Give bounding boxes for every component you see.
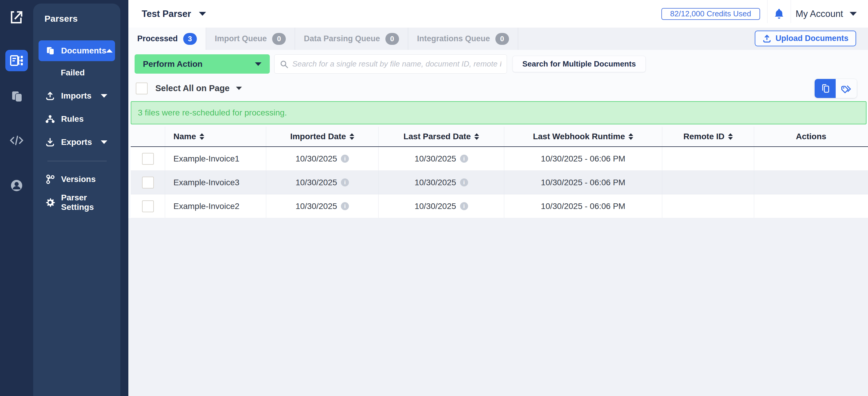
rail-item-parser-documents[interactable]: [5, 50, 28, 71]
imported-date: 10/30/2025: [296, 202, 337, 211]
header-last-webhook-runtime[interactable]: Last Webhook Runtime: [504, 127, 662, 146]
last-parsed-date: 10/30/2025: [414, 178, 456, 187]
rail-item-account[interactable]: [6, 179, 27, 192]
imported-date: 10/30/2025: [296, 178, 337, 187]
column-label: Actions: [796, 132, 827, 141]
table-row: Example-Invoice3 10/30/2025i 10/30/2025i…: [131, 171, 868, 194]
sidebar-item-label: Failed: [61, 68, 85, 78]
tags-view-button[interactable]: [836, 79, 857, 98]
tab-integrations-queue[interactable]: Integrations Queue 0: [408, 28, 518, 50]
copy-icon: [10, 90, 23, 103]
header-remote-id[interactable]: Remote ID: [662, 127, 754, 146]
rail-item-documents-copy[interactable]: [6, 90, 27, 103]
topbar-divider: [790, 0, 791, 23]
info-icon[interactable]: i: [460, 202, 468, 210]
info-icon[interactable]: i: [460, 155, 468, 163]
info-icon[interactable]: i: [460, 178, 468, 187]
column-label: Last Webhook Runtime: [533, 132, 625, 141]
info-icon[interactable]: i: [341, 178, 349, 187]
info-icon[interactable]: i: [341, 202, 349, 210]
sidebar-item-label: Parser Settings: [61, 193, 107, 212]
parser-name: Test Parser: [142, 9, 191, 19]
app-logo-icon[interactable]: [7, 8, 26, 26]
tab-import-queue[interactable]: Import Queue 0: [206, 28, 295, 50]
credits-badge[interactable]: 82/12,000 Credits Used: [661, 8, 760, 20]
content: Perform Action Search for Multiple Docum…: [128, 50, 868, 396]
copy-icon: [45, 46, 55, 56]
last-webhook-runtime: 10/30/2025 - 06:06 PM: [541, 202, 625, 211]
rail-item-code[interactable]: [6, 134, 27, 147]
chevron-down-icon: [101, 140, 107, 144]
person-icon: [10, 179, 23, 192]
header-imported-date[interactable]: Imported Date: [266, 127, 378, 146]
document-name: Example-Invoice1: [174, 154, 240, 164]
tags-icon: [841, 83, 852, 93]
chevron-down-icon: [199, 12, 206, 16]
sidebar-item-versions[interactable]: Versions: [33, 168, 120, 191]
bell-icon: [774, 8, 784, 20]
select-all-checkbox[interactable]: [136, 83, 148, 94]
tab-count-badge: 0: [495, 33, 509, 45]
sidebar-item-documents[interactable]: Documents: [38, 40, 115, 61]
sidebar-item-label: Versions: [61, 174, 96, 184]
column-label: Remote ID: [683, 132, 724, 141]
sidebar-item-rules[interactable]: Rules: [33, 108, 120, 131]
documents-table: Name Imported Date Last Parsed Date Last…: [131, 127, 868, 218]
sidebar-divider: [48, 161, 107, 161]
tab-count-badge: 0: [385, 33, 399, 45]
upload-documents-label: Upload Documents: [776, 34, 848, 43]
sidebar-item-failed[interactable]: Failed: [33, 61, 120, 84]
account-menu[interactable]: My Account: [796, 9, 857, 19]
sort-icon: [628, 133, 633, 140]
multi-search-button[interactable]: Search for Multiple Documents: [513, 56, 646, 72]
sidebar-title: Parsers: [44, 13, 120, 24]
info-icon[interactable]: i: [341, 155, 349, 163]
search-icon: [280, 60, 288, 68]
perform-action-dropdown[interactable]: Perform Action: [134, 54, 270, 74]
download-icon: [45, 137, 55, 147]
sidebar-panel: Parsers Documents Failed: [33, 4, 120, 396]
tab-data-parsing-queue[interactable]: Data Parsing Queue 0: [295, 28, 408, 50]
column-label: Imported Date: [290, 132, 346, 141]
tab-processed[interactable]: Processed 3: [128, 28, 206, 50]
sort-icon: [728, 133, 733, 140]
documents-view-button[interactable]: [815, 79, 836, 98]
last-parsed-date: 10/30/2025: [414, 154, 456, 164]
single-search-box: [274, 54, 507, 74]
sort-icon: [474, 133, 479, 140]
imported-date: 10/30/2025: [296, 154, 337, 164]
chevron-down-icon: [255, 62, 261, 66]
table-header-row: Name Imported Date Last Parsed Date Last…: [131, 127, 868, 147]
upload-documents-button[interactable]: Upload Documents: [755, 31, 856, 46]
header-name[interactable]: Name: [165, 127, 266, 146]
sidebar-item-label: Documents: [61, 46, 106, 56]
search-input[interactable]: [292, 59, 501, 68]
icon-rail: [0, 0, 33, 396]
header-actions: Actions: [754, 127, 868, 146]
sidebar-item-parser-settings[interactable]: Parser Settings: [33, 191, 120, 214]
content-empty-area: [128, 218, 868, 396]
sidebar-item-imports[interactable]: Imports: [33, 84, 120, 108]
upload-icon: [763, 34, 771, 43]
queue-tabs: Processed 3 Import Queue 0 Data Parsing …: [128, 28, 868, 50]
sitemap-icon: [45, 114, 55, 124]
parser-selector[interactable]: Test Parser: [142, 9, 206, 19]
main-area: Test Parser 82/12,000 Credits Used My Ac…: [128, 0, 868, 396]
code-icon: [9, 135, 24, 146]
row-checkbox[interactable]: [142, 177, 154, 189]
header-last-parsed-date[interactable]: Last Parsed Date: [378, 127, 504, 146]
row-checkbox[interactable]: [142, 153, 154, 165]
topbar: Test Parser 82/12,000 Credits Used My Ac…: [128, 0, 868, 28]
tab-label: Data Parsing Queue: [304, 34, 380, 43]
document-name: Example-Invoice3: [174, 178, 240, 187]
last-webhook-runtime: 10/30/2025 - 06:06 PM: [541, 154, 625, 164]
column-label: Name: [174, 132, 196, 141]
sort-icon: [349, 133, 354, 140]
chevron-down-icon: [101, 94, 107, 98]
notifications-button[interactable]: [768, 8, 790, 20]
sidebar-item-exports[interactable]: Exports: [33, 131, 120, 154]
select-all-label: Select All on Page: [155, 83, 229, 93]
row-checkbox[interactable]: [142, 200, 154, 212]
perform-action-label: Perform Action: [143, 59, 203, 69]
parser-document-flow-icon: [10, 55, 24, 66]
